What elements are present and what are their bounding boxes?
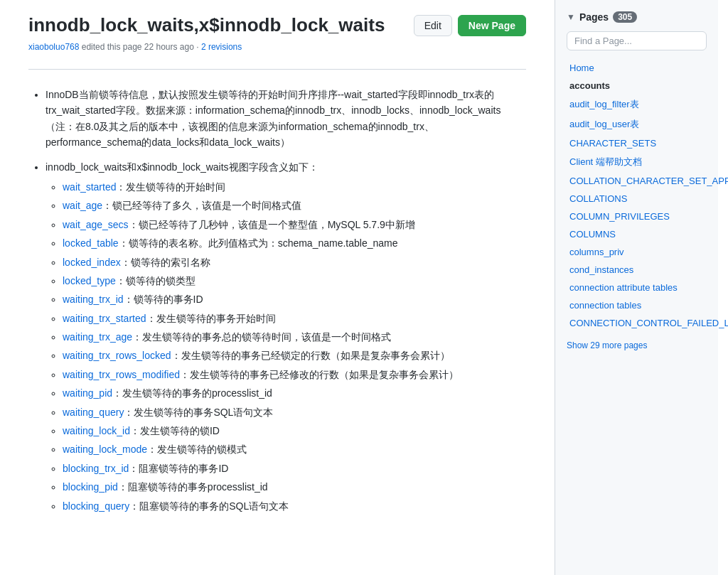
header-actions: Edit New Page <box>414 15 526 36</box>
field-name-link[interactable]: waiting_trx_started <box>63 313 146 324</box>
content-body: InnoDB当前锁等待信息，默认按照发生锁等待的开始时间升序排序--wait_s… <box>28 87 526 514</box>
show-more-link[interactable]: Show 29 more pages <box>567 340 647 350</box>
field-name-link[interactable]: locked_table <box>63 237 119 249</box>
field-name-link[interactable]: waiting_trx_age <box>63 331 132 343</box>
sidebar-header: ▼ Pages 305 <box>567 11 707 23</box>
edit-button[interactable]: Edit <box>414 15 452 36</box>
meta-action-text: edited this page <box>82 42 142 52</box>
meta-separator: · <box>196 42 198 52</box>
sidebar-nav-item[interactable]: COLUMN_PRIVILEGES <box>567 208 707 225</box>
field-item: waiting_trx_started：发生锁等待的事务开始时间 <box>63 311 526 326</box>
page-meta: xiaoboluo768 edited this page 22 hours a… <box>28 42 526 52</box>
field-name-link[interactable]: wait_age_secs <box>63 219 129 230</box>
field-item: blocking_pid：阻塞锁等待的事务processlist_id <box>63 479 526 495</box>
sidebar-nav-item[interactable]: CONNECTION_CONTROL_FAILED_LOGIN_ATTEMPTS <box>567 314 707 332</box>
sidebar-title-row: ▼ Pages 305 <box>567 11 637 23</box>
field-item: locked_type：锁等待的锁类型 <box>63 273 526 289</box>
meta-time-text: 22 hours ago <box>144 42 194 52</box>
revisions-link[interactable]: 2 revisions <box>201 42 242 52</box>
field-name-link[interactable]: wait_age <box>63 200 102 211</box>
field-item: locked_index：锁等待的索引名称 <box>63 254 526 270</box>
sidebar-toggle[interactable]: ▼ <box>567 12 575 22</box>
sidebar-nav: Homeaccountsaudit_log_filter表audit_log_u… <box>567 59 707 332</box>
field-name-link[interactable]: locked_type <box>63 275 116 286</box>
field-item: waiting_lock_id：发生锁等待的锁ID <box>63 423 526 439</box>
sidebar-nav-item[interactable]: COLLATIONS <box>567 190 707 208</box>
author-link[interactable]: xiaoboluo768 <box>28 42 79 52</box>
field-name-link[interactable]: waiting_trx_id <box>63 294 124 305</box>
page-title: innodb_lock_waits,x$innodb_lock_waits <box>28 14 385 36</box>
field-name-link[interactable]: waiting_trx_rows_locked <box>63 350 171 361</box>
field-name-link[interactable]: waiting_lock_mode <box>63 444 147 455</box>
sidebar-nav-item[interactable]: Home <box>567 59 707 77</box>
sidebar-nav-item[interactable]: Client 端帮助文档 <box>567 152 707 172</box>
sidebar-nav-item[interactable]: columns_priv <box>567 243 707 261</box>
sidebar-nav-item[interactable]: audit_log_filter表 <box>567 95 707 114</box>
sidebar-nav-item[interactable]: COLLATION_CHARACTER_SET_APPLICABILITY <box>567 172 707 190</box>
field-name-link[interactable]: wait_started <box>63 181 116 193</box>
field-item: waiting_trx_id：锁等待的事务ID <box>63 291 526 307</box>
field-name-link[interactable]: blocking_trx_id <box>63 463 129 474</box>
field-item: waiting_trx_rows_modified：发生锁等待的事务已经修改的行… <box>63 367 526 382</box>
sidebar-nav-item[interactable]: cond_instances <box>567 261 707 279</box>
field-name-link[interactable]: blocking_pid <box>63 481 118 493</box>
sidebar-nav-item[interactable]: COLUMNS <box>567 225 707 243</box>
field-name-link[interactable]: waiting_lock_id <box>63 425 130 436</box>
sidebar-nav-item[interactable]: accounts <box>567 77 707 95</box>
field-name-link[interactable]: locked_index <box>63 257 121 268</box>
field-item: blocking_trx_id：阻塞锁等待的事务ID <box>63 461 526 476</box>
sidebar-nav-item[interactable]: connection tables <box>567 296 707 314</box>
field-item: wait_age_secs：锁已经等待了几秒钟，该值是一个整型值，MySQL 5… <box>63 217 526 232</box>
sidebar-nav-item[interactable]: connection attribute tables <box>567 279 707 296</box>
sidebar: ▼ Pages 305 Homeaccountsaudit_log_filter… <box>555 0 718 575</box>
bullet2-text: innodb_lock_waits和x$innodb_lock_waits视图字… <box>46 161 318 173</box>
sidebar-nav-item[interactable]: audit_log_user表 <box>567 114 707 134</box>
sidebar-search-input[interactable] <box>567 31 707 50</box>
field-item: wait_started：发生锁等待的开始时间 <box>63 179 526 195</box>
bullet1-text: InnoDB当前锁等待信息，默认按照发生锁等待的开始时间升序排序--wait_s… <box>46 89 500 148</box>
field-name-link[interactable]: blocking_query <box>63 500 129 512</box>
sidebar-nav-item[interactable]: CHARACTER_SETS <box>567 134 707 152</box>
sidebar-title-text: Pages <box>579 11 609 23</box>
content-divider <box>28 69 526 70</box>
field-item: waiting_pid：发生锁等待的事务的processlist_id <box>63 385 526 401</box>
sidebar-footer: Show 29 more pages <box>567 340 707 350</box>
field-name-link[interactable]: waiting_query <box>63 407 124 418</box>
field-item: waiting_trx_rows_locked：发生锁等待的事务已经锁定的行数（… <box>63 348 526 363</box>
field-item: waiting_lock_mode：发生锁等待的锁模式 <box>63 441 526 457</box>
field-item: waiting_query：发生锁等待的事务SQL语句文本 <box>63 404 526 420</box>
new-page-button[interactable]: New Page <box>458 15 526 36</box>
field-name-link[interactable]: waiting_trx_rows_modified <box>63 369 180 380</box>
field-item: blocking_query：阻塞锁等待的事务的SQL语句文本 <box>63 498 526 514</box>
field-item: wait_age：锁已经等待了多久，该值是一个时间格式值 <box>63 198 526 213</box>
sidebar-badge: 305 <box>613 11 637 23</box>
field-item: waiting_trx_age：发生锁等待的事务总的锁等待时间，该值是一个时间格… <box>63 329 526 345</box>
field-item: locked_table：锁等待的表名称。此列值格式为：schema_name.… <box>63 235 526 251</box>
field-name-link[interactable]: waiting_pid <box>63 387 112 399</box>
